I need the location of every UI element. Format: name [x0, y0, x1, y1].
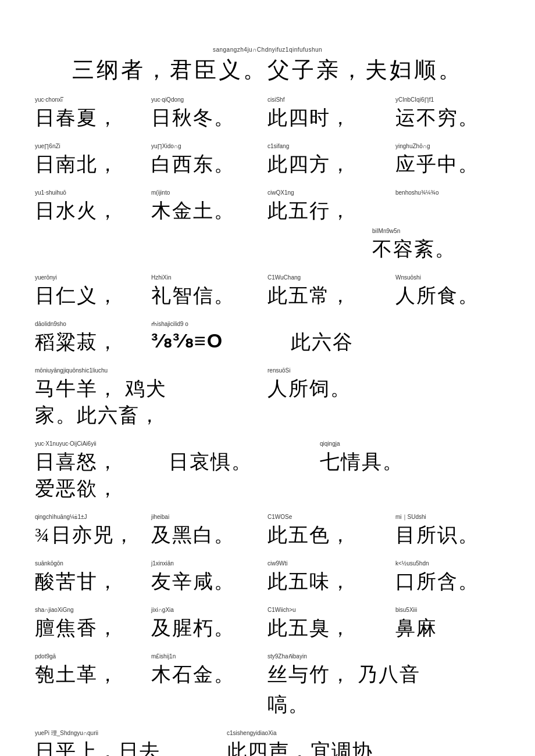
pinyin-yunbuqiong: yCInbCIqi6∏f1	[395, 96, 523, 105]
chinese-wuchang: 此五常，	[268, 282, 395, 309]
pinyin-jiheibai: jiheibai	[151, 514, 268, 522]
chinese-chunxia: 日春夏，	[35, 105, 151, 131]
section-wuxing: yu1·shuihuō 日水火， m(ijinto 木金土。 ciwQX1ng …	[35, 189, 500, 263]
cell-wuchou: C1Wiich>u 此五臭，	[268, 607, 395, 642]
pinyin-xidong: yu∏Xido∩g	[151, 143, 268, 151]
cell-xidong: yu∏Xido∩g 白西东。	[151, 143, 268, 178]
cell-placeholder2: Wnsuōshi 人所食。	[395, 274, 523, 309]
chinese-aiewu: 爱恶欲，	[35, 478, 119, 499]
cell-aiju: 日哀惧。	[169, 440, 285, 475]
pinyin-shanjiaoxiang: sha∩jiaoXiGng	[35, 607, 151, 615]
cell-nanbei: yue∏6nZi 日南北，	[35, 143, 151, 178]
cell-special: m̄ishajicilid9 o ³⁄₈³⁄₈≡O	[151, 321, 291, 356]
chinese-yunbuqiong: 运不穷。	[395, 105, 523, 131]
chinese-bima: 鼻麻	[395, 615, 523, 642]
chinese-lizhixin: 礼智信。	[151, 282, 268, 309]
pinyin-chunxia: yuc·chonxi̅	[35, 96, 151, 105]
cell-qingchihuang: qingchìhuāng¼ṡ1±J ¾日亦兕，	[35, 514, 151, 549]
cell-sishi: cisiShf 此四时，	[268, 96, 395, 131]
cell-suankugan: suānkōgōn 酸苦甘，	[35, 560, 151, 595]
pinyin-shuihuo: yu1·shuihuō	[35, 189, 151, 198]
chinese-musuoshi: 目所识。	[395, 522, 523, 549]
chinese-special: ³⁄₈³⁄₈≡O	[151, 329, 291, 352]
cell-maniuyang: mōniuyāngjiquōnshic1liuchu 马牛羊， 鸡犬	[35, 367, 244, 402]
cell-wuse: C1WOSe 此五色，	[268, 514, 395, 549]
cell-jiheibai: jiheibai 及黑白。	[151, 514, 268, 549]
pinyin-siyuzhu: sty9Zhan̄ibayin	[268, 653, 442, 661]
section-seasons: yuc·chonxi̅ 日春夏， yuc·qiQdong 日秋冬。 cisiSh…	[35, 96, 500, 131]
cell-shanjiaoxiang: sha∩jiaoXiGng 膻焦香，	[35, 607, 151, 642]
pinyin-qingchihuang: qingchìhuāng¼ṡ1±J	[35, 514, 151, 522]
cell-pingshang: yuePi 理_Shdngyu∩qurii 日平上，日去入。	[35, 730, 198, 756]
cell-bima: bisu5Xiii 鼻麻	[395, 607, 523, 642]
chinese-yinghuzhong: 应乎中。	[395, 151, 523, 178]
pinyin-wuse: C1WOSe	[268, 514, 395, 522]
pinyin-bima: bisu5Xiii	[395, 607, 523, 615]
cell-placeholder4	[442, 653, 535, 688]
section-wuwei: suānkōgōn 酸苦甘， j1xinxiān 友辛咸。 ciw9Wti 此五…	[35, 560, 500, 595]
chinese-wuxing: 此五行，	[268, 198, 395, 224]
pinyin-xinu: yuc·X1nuyuc·OijCiAi6yii	[35, 440, 151, 449]
chinese-rensuosi: 人所饲。	[268, 375, 395, 402]
pinyin-renyi: yuerōnyi	[35, 274, 151, 282]
cell-rensuosi: rensuōSi 人所饲。	[268, 367, 395, 402]
chinese-wuchou: 此五臭，	[268, 615, 395, 642]
chinese-qiudong: 日秋冬。	[151, 105, 268, 131]
cell-placeholder3	[419, 321, 535, 356]
section-qiqing: yuc·X1nuyuc·OijCiAi6yii 日喜怒， 日哀惧。 qiqing…	[35, 440, 500, 502]
pinyin-sifang: c1sifang	[268, 143, 395, 151]
cell-chunxia: yuc·chonxi̅ 日春夏，	[35, 96, 151, 131]
pinyin-placeholder4	[442, 653, 535, 661]
pinyin-aiju	[169, 440, 285, 449]
pinyin-kousuohan: k<½usu5hdn	[395, 560, 523, 568]
pinyin-daoliangshu: dāolidn9sho	[35, 321, 151, 329]
cell-yunbuqiong: yCInbCIqi6∏f1 运不穷。	[395, 96, 523, 131]
pinyin-liugu-empty	[291, 321, 419, 329]
cell-mujintu: m(ijinto 木金土。	[151, 189, 268, 224]
pinyin-burong: biIMn9w5n	[372, 228, 500, 236]
cell-sifang: c1sifang 此四方，	[268, 143, 395, 178]
cell-kousuohan: k<½usu5hdn 口所含。	[395, 560, 523, 595]
pinyin-paotuge: pdot9gā	[35, 653, 151, 661]
cell-burong: biIMn9w5n 不容紊。	[372, 228, 500, 263]
header-chinese: 三纲者，君臣义。父子亲，夫妇顺。	[35, 55, 500, 85]
cell-youxinxian: j1xinxiān 友辛咸。	[151, 560, 268, 595]
section-sisheng: yuePi 理_Shdngyu∩qurii 日平上，日去入。 c1sisheng…	[35, 730, 500, 756]
pinyin-rensuosi: rensuōSi	[268, 367, 395, 375]
cell-shuihuo: yu1·shuihuō 日水火，	[35, 189, 151, 224]
chinese-shanjiaoxiang: 膻焦香，	[35, 615, 151, 642]
cell-xinu: yuc·X1nuyuc·OijCiAi6yii 日喜怒，	[35, 440, 151, 475]
header-pinyin: sangangzh4ju∩Chdnyifuz1qinfufushun	[35, 46, 500, 53]
cell-qiudong: yuc·qiQdong 日秋冬。	[151, 96, 268, 131]
chinese-jie: 嗃。	[268, 694, 309, 715]
chinese-sisheng: 此四声，宜调协	[227, 738, 401, 756]
chinese-youxinxian: 友辛咸。	[151, 568, 268, 595]
chinese-wuwei: 此五味，	[268, 568, 395, 595]
chinese-mujintu: 木金土。	[151, 198, 268, 224]
chinese-qingchihuang: ¾日亦兕，	[35, 522, 151, 549]
chinese-xidong: 白西东。	[151, 151, 268, 178]
pinyin-special: m̄ishajicilid9 o	[151, 321, 291, 329]
chinese-xinu: 日喜怒，	[35, 449, 151, 475]
cell-wuwei: ciw9Wti 此五味，	[268, 560, 395, 595]
page-content: sangangzh4ju∩Chdnyifuz1qinfufushun 三纲者，君…	[0, 0, 535, 756]
chinese-shuihuo: 日水火，	[35, 198, 151, 224]
pinyin-qiqingju: qiqingja	[320, 440, 448, 449]
cell-sisheng: c1sishengyidiaoXia 此四声，宜调协	[227, 730, 401, 756]
pinyin-lizhixin: HzhiXin	[151, 274, 268, 282]
pinyin-benhu: benhoshu¾¼¾o	[395, 189, 523, 198]
chinese-qiqingju: 七情具。	[320, 449, 448, 475]
pinyin-sisheng: c1sishengyidiaoXia	[227, 730, 401, 738]
cell-qiqingju: qiqingja 七情具。	[320, 440, 448, 475]
chinese-mushijin: 木石金。	[151, 661, 268, 688]
cell-wuxing: ciwQX1ng 此五行，	[268, 189, 395, 224]
header-section: sangangzh4ju∩Chdnyifuz1qinfufushun 三纲者，君…	[35, 46, 500, 85]
chinese-sishi: 此四时，	[268, 105, 395, 131]
chinese-suankugan: 酸苦甘，	[35, 568, 151, 595]
chinese-jiheibai: 及黑白。	[151, 522, 268, 549]
pinyin-pingshang: yuePi 理_Shdngyu∩qurii	[35, 730, 198, 738]
chinese-liugu: 此六谷	[291, 329, 419, 356]
pinyin-yinghuzhong: yinghuZhō∩g	[395, 143, 523, 151]
cell-renyi: yuerōnyi 日仁义，	[35, 274, 151, 309]
cell-placeholder1: benhoshu¾¼¾o	[395, 189, 523, 224]
